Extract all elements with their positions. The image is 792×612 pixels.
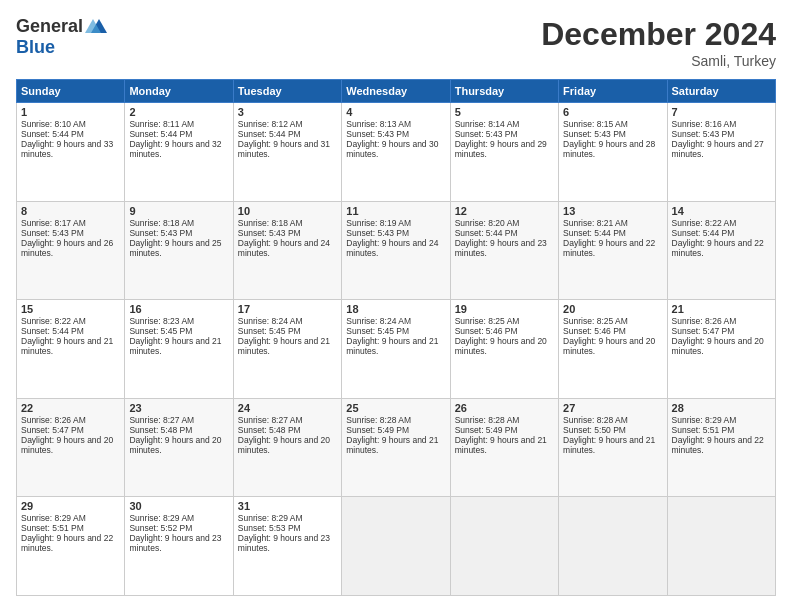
calendar-week-row: 22Sunrise: 8:26 AMSunset: 5:47 PMDayligh… <box>17 398 776 497</box>
day-number: 29 <box>21 500 120 512</box>
sunrise-text: Sunrise: 8:27 AM <box>238 415 303 425</box>
sunset-text: Sunset: 5:44 PM <box>672 228 735 238</box>
day-number: 21 <box>672 303 771 315</box>
calendar-week-row: 1Sunrise: 8:10 AMSunset: 5:44 PMDaylight… <box>17 103 776 202</box>
table-row: 20Sunrise: 8:25 AMSunset: 5:46 PMDayligh… <box>559 300 667 399</box>
sunrise-text: Sunrise: 8:26 AM <box>672 316 737 326</box>
sunrise-text: Sunrise: 8:12 AM <box>238 119 303 129</box>
day-number: 8 <box>21 205 120 217</box>
day-number: 31 <box>238 500 337 512</box>
daylight-text: Daylight: 9 hours and 20 minutes. <box>21 435 113 455</box>
daylight-text: Daylight: 9 hours and 24 minutes. <box>346 238 438 258</box>
sunset-text: Sunset: 5:44 PM <box>238 129 301 139</box>
day-number: 2 <box>129 106 228 118</box>
day-number: 22 <box>21 402 120 414</box>
sunrise-text: Sunrise: 8:17 AM <box>21 218 86 228</box>
sunrise-text: Sunrise: 8:22 AM <box>672 218 737 228</box>
sunset-text: Sunset: 5:44 PM <box>129 129 192 139</box>
sunset-text: Sunset: 5:43 PM <box>346 228 409 238</box>
sunrise-text: Sunrise: 8:28 AM <box>455 415 520 425</box>
sunset-text: Sunset: 5:45 PM <box>346 326 409 336</box>
sunrise-text: Sunrise: 8:25 AM <box>563 316 628 326</box>
sunset-text: Sunset: 5:52 PM <box>129 523 192 533</box>
sunset-text: Sunset: 5:43 PM <box>672 129 735 139</box>
col-friday: Friday <box>559 80 667 103</box>
sunrise-text: Sunrise: 8:18 AM <box>129 218 194 228</box>
day-number: 17 <box>238 303 337 315</box>
table-row: 14Sunrise: 8:22 AMSunset: 5:44 PMDayligh… <box>667 201 775 300</box>
sunrise-text: Sunrise: 8:16 AM <box>672 119 737 129</box>
day-number: 6 <box>563 106 662 118</box>
page: General Blue December 2024 Samli, Turkey… <box>0 0 792 612</box>
table-row: 6Sunrise: 8:15 AMSunset: 5:43 PMDaylight… <box>559 103 667 202</box>
table-row: 24Sunrise: 8:27 AMSunset: 5:48 PMDayligh… <box>233 398 341 497</box>
day-number: 4 <box>346 106 445 118</box>
day-number: 7 <box>672 106 771 118</box>
day-number: 26 <box>455 402 554 414</box>
sunset-text: Sunset: 5:45 PM <box>129 326 192 336</box>
day-number: 20 <box>563 303 662 315</box>
table-row: 2Sunrise: 8:11 AMSunset: 5:44 PMDaylight… <box>125 103 233 202</box>
sunrise-text: Sunrise: 8:15 AM <box>563 119 628 129</box>
table-row: 8Sunrise: 8:17 AMSunset: 5:43 PMDaylight… <box>17 201 125 300</box>
table-row: 25Sunrise: 8:28 AMSunset: 5:49 PMDayligh… <box>342 398 450 497</box>
logo-text: General <box>16 16 83 38</box>
calendar-week-row: 15Sunrise: 8:22 AMSunset: 5:44 PMDayligh… <box>17 300 776 399</box>
daylight-text: Daylight: 9 hours and 20 minutes. <box>563 336 655 356</box>
sunset-text: Sunset: 5:53 PM <box>238 523 301 533</box>
header: General Blue December 2024 Samli, Turkey <box>16 16 776 69</box>
sunrise-text: Sunrise: 8:28 AM <box>346 415 411 425</box>
calendar-header-row: Sunday Monday Tuesday Wednesday Thursday… <box>17 80 776 103</box>
table-row: 21Sunrise: 8:26 AMSunset: 5:47 PMDayligh… <box>667 300 775 399</box>
daylight-text: Daylight: 9 hours and 20 minutes. <box>455 336 547 356</box>
day-number: 3 <box>238 106 337 118</box>
sunset-text: Sunset: 5:48 PM <box>129 425 192 435</box>
col-thursday: Thursday <box>450 80 558 103</box>
day-number: 14 <box>672 205 771 217</box>
sunrise-text: Sunrise: 8:23 AM <box>129 316 194 326</box>
table-row <box>667 497 775 596</box>
sunrise-text: Sunrise: 8:24 AM <box>346 316 411 326</box>
sunset-text: Sunset: 5:46 PM <box>563 326 626 336</box>
sunrise-text: Sunrise: 8:29 AM <box>129 513 194 523</box>
day-number: 12 <box>455 205 554 217</box>
daylight-text: Daylight: 9 hours and 31 minutes. <box>238 139 330 159</box>
sunrise-text: Sunrise: 8:14 AM <box>455 119 520 129</box>
col-wednesday: Wednesday <box>342 80 450 103</box>
table-row: 15Sunrise: 8:22 AMSunset: 5:44 PMDayligh… <box>17 300 125 399</box>
daylight-text: Daylight: 9 hours and 29 minutes. <box>455 139 547 159</box>
table-row: 5Sunrise: 8:14 AMSunset: 5:43 PMDaylight… <box>450 103 558 202</box>
day-number: 13 <box>563 205 662 217</box>
daylight-text: Daylight: 9 hours and 20 minutes. <box>672 336 764 356</box>
sunrise-text: Sunrise: 8:27 AM <box>129 415 194 425</box>
daylight-text: Daylight: 9 hours and 33 minutes. <box>21 139 113 159</box>
daylight-text: Daylight: 9 hours and 21 minutes. <box>563 435 655 455</box>
daylight-text: Daylight: 9 hours and 30 minutes. <box>346 139 438 159</box>
day-number: 1 <box>21 106 120 118</box>
sunset-text: Sunset: 5:44 PM <box>563 228 626 238</box>
sunrise-text: Sunrise: 8:20 AM <box>455 218 520 228</box>
sunrise-text: Sunrise: 8:29 AM <box>21 513 86 523</box>
subtitle: Samli, Turkey <box>541 53 776 69</box>
logo: General Blue <box>16 16 107 57</box>
sunrise-text: Sunrise: 8:13 AM <box>346 119 411 129</box>
sunset-text: Sunset: 5:43 PM <box>21 228 84 238</box>
sunset-text: Sunset: 5:45 PM <box>238 326 301 336</box>
table-row: 31Sunrise: 8:29 AMSunset: 5:53 PMDayligh… <box>233 497 341 596</box>
sunrise-text: Sunrise: 8:24 AM <box>238 316 303 326</box>
daylight-text: Daylight: 9 hours and 24 minutes. <box>238 238 330 258</box>
sunset-text: Sunset: 5:44 PM <box>21 326 84 336</box>
day-number: 18 <box>346 303 445 315</box>
table-row: 27Sunrise: 8:28 AMSunset: 5:50 PMDayligh… <box>559 398 667 497</box>
logo-line2: Blue <box>16 38 107 58</box>
daylight-text: Daylight: 9 hours and 23 minutes. <box>455 238 547 258</box>
sunset-text: Sunset: 5:43 PM <box>129 228 192 238</box>
sunset-text: Sunset: 5:47 PM <box>21 425 84 435</box>
table-row: 10Sunrise: 8:18 AMSunset: 5:43 PMDayligh… <box>233 201 341 300</box>
day-number: 11 <box>346 205 445 217</box>
sunset-text: Sunset: 5:51 PM <box>672 425 735 435</box>
table-row: 12Sunrise: 8:20 AMSunset: 5:44 PMDayligh… <box>450 201 558 300</box>
day-number: 25 <box>346 402 445 414</box>
calendar-table: Sunday Monday Tuesday Wednesday Thursday… <box>16 79 776 596</box>
sunset-text: Sunset: 5:44 PM <box>455 228 518 238</box>
